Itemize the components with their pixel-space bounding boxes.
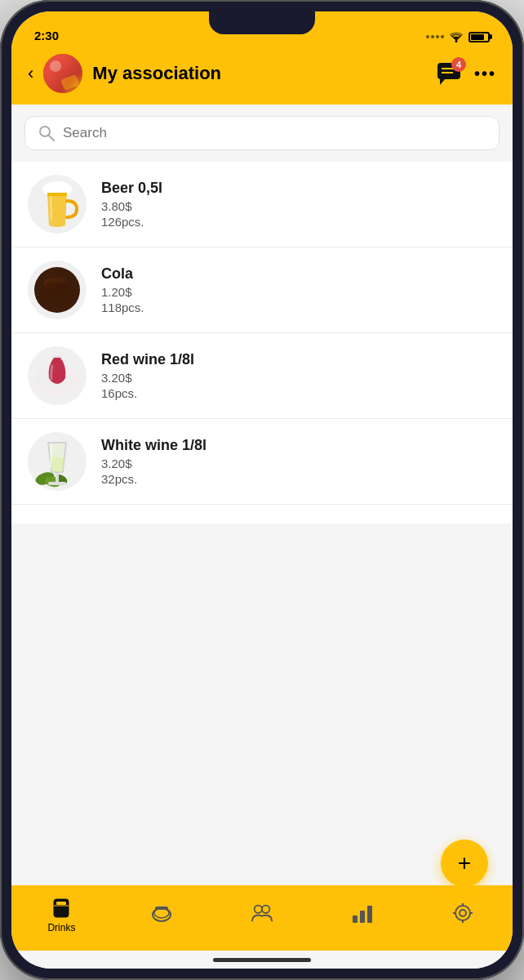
product-info-red-wine: Red wine 1/8l 3.20$ 16pcs. (101, 351, 496, 400)
product-stock: 16pcs. (101, 386, 496, 400)
svg-rect-29 (360, 911, 365, 923)
signal-icon (426, 35, 444, 38)
list-item[interactable]: Beer 0,5l 3.80$ 126pcs. (11, 162, 513, 247)
product-name: Cola (101, 265, 496, 283)
phone-screen: 2:30 ‹ (11, 11, 513, 969)
product-name: Red wine 1/8l (101, 351, 496, 368)
svg-line-6 (49, 136, 54, 140)
svg-point-12 (47, 277, 67, 283)
product-price: 3.20$ (101, 457, 496, 470)
product-stock: 32pcs. (101, 472, 496, 486)
notification-badge: 4 (451, 57, 466, 72)
list-item[interactable]: Red wine 1/8l 3.20$ 16pcs. (11, 333, 513, 419)
back-button[interactable]: ‹ (28, 63, 33, 84)
stats-icon (351, 902, 374, 924)
home-indicator (11, 951, 513, 969)
product-info-beer: Beer 0,5l 3.80$ 126pcs. (101, 180, 496, 229)
product-info-white-wine: White wine 1/8l 3.20$ 32pcs. (101, 437, 496, 486)
product-price: 3.20$ (101, 371, 496, 385)
search-icon (38, 125, 55, 141)
product-info-cola: Cola 1.20$ 118pcs. (101, 265, 496, 314)
nav-item-food[interactable] (112, 902, 212, 928)
page-title: My association (92, 63, 427, 84)
nav-item-settings[interactable] (412, 902, 513, 928)
nav-item-drinks[interactable]: Drinks (11, 896, 112, 933)
status-icons (426, 31, 490, 42)
chat-button[interactable]: 4 (437, 62, 461, 85)
status-time: 2:30 (34, 29, 59, 42)
home-bar (213, 958, 311, 962)
notch (209, 11, 315, 34)
product-image-beer (28, 175, 87, 234)
search-box[interactable] (24, 116, 500, 150)
product-price: 1.20$ (101, 285, 496, 299)
product-image-cola (28, 261, 87, 319)
search-input[interactable] (63, 125, 486, 141)
list-item[interactable]: Cola 1.20$ 118pcs. (11, 247, 513, 333)
settings-icon (451, 902, 474, 924)
search-container (11, 105, 513, 162)
svg-rect-25 (155, 906, 168, 910)
nav-label-drinks: Drinks (47, 922, 75, 933)
phone-content-wrapper: 2:30 ‹ (11, 11, 513, 969)
svg-point-27 (262, 906, 269, 913)
svg-point-5 (40, 127, 50, 136)
svg-marker-4 (440, 79, 445, 85)
product-image-red-wine (28, 346, 87, 405)
header-actions: 4 ••• (437, 62, 496, 85)
svg-rect-30 (367, 906, 372, 923)
svg-point-0 (455, 40, 458, 42)
add-icon: + (458, 852, 471, 875)
svg-point-8 (46, 184, 56, 192)
svg-point-26 (255, 906, 262, 913)
svg-point-32 (460, 910, 466, 916)
svg-rect-18 (56, 472, 59, 483)
svg-rect-21 (56, 902, 66, 905)
bottom-nav: Drinks (11, 885, 513, 951)
drinks-icon (50, 896, 73, 919)
product-price: 3.80$ (101, 199, 496, 213)
phone-frame: 2:30 ‹ (0, 0, 524, 980)
svg-rect-19 (48, 482, 66, 485)
product-image-white-wine (28, 432, 87, 491)
battery-icon (468, 32, 490, 42)
food-icon (150, 902, 173, 924)
avatar (43, 54, 82, 93)
nav-item-stats[interactable] (312, 902, 412, 928)
svg-rect-28 (353, 915, 357, 923)
product-stock: 118pcs. (101, 301, 496, 314)
members-icon (251, 902, 273, 924)
add-button[interactable]: + (441, 840, 488, 887)
product-name: Beer 0,5l (101, 180, 496, 197)
wifi-icon (449, 31, 464, 42)
nav-item-members[interactable] (212, 902, 313, 928)
empty-space (11, 523, 513, 885)
header: ‹ My association 4 ••• (11, 47, 513, 105)
content-area: Beer 0,5l 3.80$ 126pcs. (11, 105, 513, 885)
product-list: Beer 0,5l 3.80$ 126pcs. (11, 162, 513, 523)
list-item[interactable]: White wine 1/8l 3.20$ 32pcs. (11, 419, 513, 505)
svg-point-31 (455, 906, 470, 920)
more-button[interactable]: ••• (474, 65, 496, 83)
product-stock: 126pcs. (101, 215, 496, 229)
svg-point-9 (60, 183, 68, 191)
product-name: White wine 1/8l (101, 437, 496, 454)
